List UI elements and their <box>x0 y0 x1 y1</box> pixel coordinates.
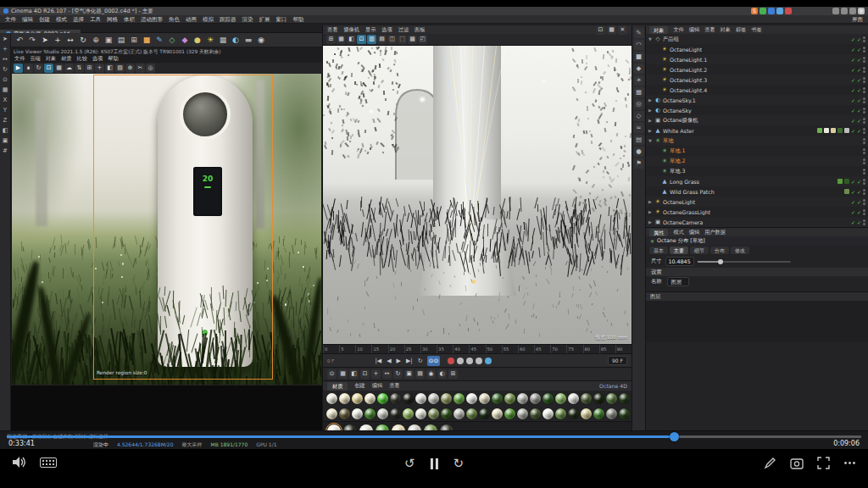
coordinate-icon[interactable]: ⊕ <box>90 34 102 46</box>
material-swatch[interactable] <box>453 408 465 419</box>
expand-icon[interactable]: ▶ <box>648 108 653 113</box>
material-swatch[interactable] <box>428 408 439 419</box>
move-icon[interactable]: + <box>52 34 64 46</box>
object-name[interactable]: OctaneLight.4 <box>670 87 707 93</box>
right-tool-11[interactable]: ⚑ <box>634 158 644 169</box>
lv-tool-2[interactable]: ↻ <box>34 64 43 73</box>
lv-menu-比较[interactable]: 比较 <box>77 55 87 63</box>
right-tool-9[interactable]: ▤ <box>634 135 644 145</box>
forward-icon[interactable]: ↻ <box>453 455 465 472</box>
material-swatch[interactable] <box>466 408 477 419</box>
lv-menu-材质[interactable]: 材质 <box>61 55 71 63</box>
render-view-icon[interactable]: ▣ <box>103 34 114 46</box>
material-swatch[interactable] <box>593 408 604 419</box>
object-row[interactable]: ▶▲White Aster✓✓ <box>646 125 868 136</box>
lv-tool-7[interactable]: ⊞ <box>85 64 94 73</box>
render-enabled-icon[interactable]: ✓ <box>851 179 855 185</box>
layers-panel-title[interactable]: 图层 <box>646 292 868 301</box>
lower-tool-1[interactable]: ▦ <box>338 369 348 379</box>
material-tag-chip[interactable] <box>844 128 849 133</box>
menu-item-动画[interactable]: 动画 <box>186 15 197 23</box>
editor-enabled-icon[interactable]: ✓ <box>857 128 861 134</box>
collapse-icon[interactable]: ▼ <box>648 36 653 42</box>
frame-end-box[interactable]: 90 F <box>608 356 627 365</box>
cloud-icon[interactable] <box>776 8 783 14</box>
menu-item-模拟[interactable]: 模拟 <box>203 15 214 23</box>
transport-2[interactable]: ▶ <box>395 356 403 366</box>
vp-tool-5[interactable]: ▤ <box>377 35 387 44</box>
editor-enabled-icon[interactable]: ✓ <box>857 199 861 205</box>
material-swatch[interactable] <box>390 393 401 404</box>
render-enabled-icon[interactable]: ✓ <box>851 57 855 63</box>
editor-enabled-icon[interactable]: ✓ <box>857 77 861 83</box>
music-icon[interactable] <box>785 8 792 14</box>
object-row[interactable]: ▼◇产品组✓✓ <box>646 34 868 44</box>
layer-dots[interactable] <box>863 128 865 134</box>
attr-menu-用户数据[interactable]: 用户数据 <box>704 229 726 236</box>
object-name[interactable]: OctaneLight <box>670 47 702 53</box>
material-swatch[interactable] <box>415 408 426 419</box>
attr-tab-主要[interactable]: 主要 <box>670 247 688 254</box>
material-swatch[interactable] <box>352 408 363 419</box>
left-tool-10[interactable]: ▣ <box>1 136 10 146</box>
vp-menu-面板[interactable]: 面板 <box>415 26 425 34</box>
vp-tool-7[interactable]: ⬚ <box>398 35 407 44</box>
battery-icon[interactable] <box>849 8 856 14</box>
expand-icon[interactable]: ▶ <box>648 97 653 103</box>
lower-tool-7[interactable]: ▣ <box>404 369 414 379</box>
om-menu-文件[interactable]: 文件 <box>673 26 683 34</box>
record-1[interactable] <box>457 358 464 364</box>
render-enabled-icon[interactable]: ✓ <box>851 118 855 124</box>
vp-tool-2[interactable]: ◧ <box>347 35 356 44</box>
material-swatch[interactable] <box>542 393 554 404</box>
menu-item-角色[interactable]: 角色 <box>169 15 180 23</box>
lower-tool-5[interactable]: ↔ <box>382 369 392 379</box>
vp-menu-选项[interactable]: 选项 <box>381 26 392 34</box>
layer-dots[interactable] <box>863 47 865 53</box>
object-row[interactable]: ☀OctaneLight.3✓✓ <box>646 75 868 85</box>
material-swatch[interactable] <box>441 408 452 419</box>
autokey-toggle[interactable]: ⊙⊙ <box>427 356 441 366</box>
material-swatch[interactable] <box>428 393 439 404</box>
cube-primitive-icon[interactable]: ■ <box>141 34 153 46</box>
layer-dots[interactable] <box>863 219 865 225</box>
object-name[interactable]: OctaneLight <box>663 199 695 205</box>
layer-dots[interactable] <box>863 36 865 42</box>
material-swatch[interactable] <box>403 408 414 419</box>
transport-0[interactable]: |◀ <box>373 356 383 366</box>
layer-dots[interactable] <box>863 158 865 164</box>
live-selection-icon[interactable]: ➤ <box>39 34 51 46</box>
editor-enabled-icon[interactable]: ✓ <box>857 57 861 63</box>
floor-icon[interactable]: ▬ <box>242 34 254 46</box>
object-row[interactable]: ▲Long Grass✓✓ <box>646 176 868 186</box>
expand-icon[interactable]: ▶ <box>648 118 653 123</box>
render-enabled-icon[interactable]: ✓ <box>851 199 855 205</box>
material-swatch[interactable] <box>606 408 617 419</box>
vp-menu-摄像机[interactable]: 摄像机 <box>343 26 359 34</box>
editor-enabled-icon[interactable]: ✓ <box>857 67 861 73</box>
render-enabled-icon[interactable]: ✓ <box>851 77 855 83</box>
render-enabled-icon[interactable]: ✓ <box>851 108 855 114</box>
object-row[interactable]: ▲Wild Grass Patch✓✓ <box>646 186 868 197</box>
menu-interface[interactable]: 界面 <box>852 15 863 24</box>
video-progress-bar[interactable] <box>7 435 861 438</box>
right-tool-4[interactable]: ☀ <box>634 75 644 86</box>
object-name[interactable]: Octane摄像机 <box>663 117 698 125</box>
lv-menu-帮助[interactable]: 帮助 <box>108 55 118 63</box>
left-tool-7[interactable]: Y <box>1 106 10 115</box>
lv-tool-11[interactable]: ⊕ <box>125 64 135 73</box>
lv-tool-9[interactable]: ◧ <box>105 64 114 73</box>
lower-tool-11[interactable]: ⊞ <box>448 369 458 379</box>
menu-item-模式[interactable]: 模式 <box>56 15 67 23</box>
record-3[interactable] <box>476 358 482 364</box>
object-row[interactable]: ▶▣OctaneCamera✓✓ <box>646 217 868 227</box>
material-tag-chip[interactable] <box>844 189 849 194</box>
rewind-icon[interactable]: ↺ <box>404 455 415 472</box>
render-enabled-icon[interactable]: ✓ <box>851 67 855 73</box>
viewport-3d-view[interactable]: ✳ ✳ ✳ ● 预览 100 mm <box>323 46 632 344</box>
object-row[interactable]: ▶☀OctaneLight✓✓ <box>646 197 868 207</box>
object-name[interactable]: 草地 <box>663 137 674 145</box>
render-enabled-icon[interactable]: ✓ <box>851 189 855 195</box>
layer-dots[interactable] <box>863 199 865 205</box>
lv-menu-云端[interactable]: 云端 <box>30 55 40 63</box>
